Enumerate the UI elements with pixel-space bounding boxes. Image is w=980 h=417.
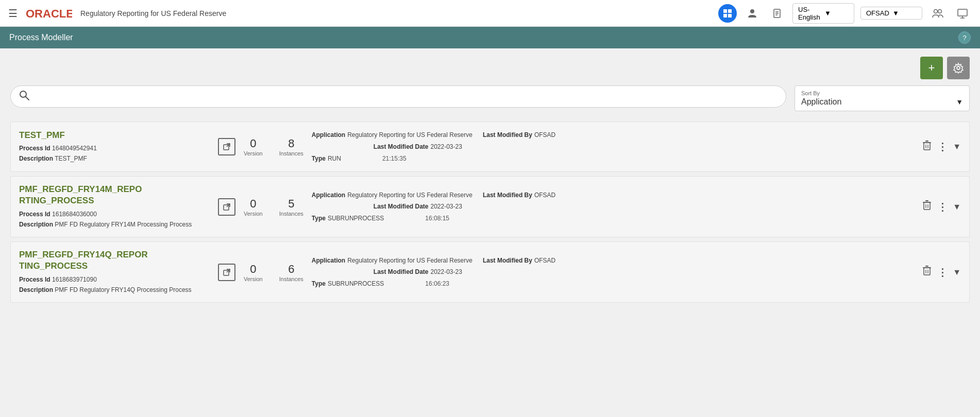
delete-icon — [922, 140, 932, 151]
toolbar: + — [10, 57, 970, 79]
time-value: 16:08:15 — [425, 213, 449, 224]
users-icon — [932, 8, 943, 19]
settings-button[interactable] — [947, 57, 970, 79]
time-value: 21:15:35 — [382, 153, 407, 165]
process-name[interactable]: TEST_PMF — [19, 130, 210, 141]
svg-rect-34 — [924, 268, 930, 275]
app-title: Regulatory Reporting for US Federal Rese… — [80, 9, 226, 18]
user-button[interactable] — [743, 4, 762, 23]
delete-button[interactable] — [922, 265, 932, 279]
version-stat: 0 Version — [244, 137, 263, 157]
version-label: Version — [244, 150, 263, 157]
open-button[interactable] — [218, 264, 235, 281]
process-actions: ⋮ ▼ — [922, 140, 961, 154]
doc-icon — [772, 8, 782, 19]
version-label: Version — [244, 211, 263, 217]
detail-row-type: Type SUBRUNPROCESS 16:08:15 — [312, 213, 914, 224]
process-info: TEST_PMF Process Id 1648049542941 Descri… — [19, 130, 210, 164]
version-stat: 0 Version — [244, 263, 263, 282]
process-description: PMF FD Regulatory FRY14M Processing Proc… — [55, 221, 192, 228]
process-details: Application Regulatory Reporting for US … — [312, 129, 914, 164]
svg-rect-4 — [728, 14, 732, 18]
process-name[interactable]: PMF_REGFD_FRY14Q_REPORTING_PROCESS — [19, 249, 210, 272]
last-modified-date-value: 2022-03-23 — [430, 141, 462, 153]
process-description: TEST_PMF — [55, 155, 87, 162]
user-arrow: ▼ — [892, 9, 917, 17]
type-label: Type — [312, 153, 326, 165]
expand-button[interactable]: ▼ — [953, 142, 961, 151]
sort-value: Application — [801, 97, 841, 107]
type-label: Type — [312, 278, 326, 290]
detail-row-app: Application Regulatory Reporting for US … — [312, 189, 914, 201]
last-modified-date-value: 2022-03-23 — [430, 201, 462, 213]
search-input[interactable] — [35, 93, 778, 101]
instances-stat: 8 Instances — [279, 137, 303, 157]
search-box[interactable] — [10, 85, 786, 108]
oracle-logo-svg: ORACLE — [26, 7, 72, 20]
more-button[interactable]: ⋮ — [937, 141, 948, 153]
process-info: PMF_REGFD_FRY14Q_REPORTING_PROCESS Proce… — [19, 249, 210, 295]
last-modified-by-label: Last Modified By — [483, 129, 532, 141]
process-description-label: Description — [19, 155, 53, 162]
expand-button[interactable]: ▼ — [953, 268, 961, 277]
help-button[interactable]: ? — [958, 31, 971, 44]
sort-value-row: Application ▼ — [801, 97, 963, 107]
open-button[interactable] — [218, 138, 235, 155]
version-number: 0 — [244, 263, 263, 276]
process-stats: 0 Version 5 Instances — [244, 197, 303, 217]
version-stat: 0 Version — [244, 197, 263, 217]
application-label: Application — [312, 189, 345, 201]
last-modified-by-value: OFSAD — [534, 189, 555, 201]
sort-arrow-icon[interactable]: ▼ — [956, 98, 963, 106]
last-modified-by-label: Last Modified By — [483, 189, 532, 201]
instances-label: Instances — [279, 276, 303, 282]
version-label: Version — [244, 276, 263, 282]
screen-button[interactable] — [953, 4, 972, 23]
svg-line-26 — [227, 204, 230, 207]
detail-row-date: Last Modified Date 2022-03-23 — [312, 201, 914, 213]
delete-button[interactable] — [922, 200, 932, 214]
type-label: Type — [312, 213, 326, 224]
open-icon — [223, 268, 231, 276]
application-label: Application — [312, 255, 345, 267]
process-item: TEST_PMF Process Id 1648049542941 Descri… — [10, 121, 970, 172]
add-button[interactable]: + — [920, 57, 943, 79]
process-id: 1618683971090 — [52, 276, 97, 283]
page-title: Process Modeller — [9, 33, 73, 42]
detail-row-type: Type RUN 21:15:35 — [312, 153, 914, 165]
users-button[interactable] — [928, 4, 947, 23]
last-modified-date-label: Last Modified Date — [374, 201, 429, 213]
main-content: + Sort By Application ▼ — [0, 48, 980, 417]
top-nav: ☰ ORACLE Regulatory Reporting for US Fed… — [0, 0, 980, 27]
person-icon — [747, 8, 757, 19]
open-icon — [223, 143, 231, 151]
delete-button[interactable] — [922, 140, 932, 154]
process-id-label: Process Id — [19, 211, 50, 218]
more-button[interactable]: ⋮ — [937, 266, 948, 279]
sort-label: Sort By — [801, 90, 963, 96]
application-value: Regulatory Reporting for US Federal Rese… — [347, 129, 472, 141]
svg-rect-27 — [924, 202, 930, 210]
last-modified-by-value: OFSAD — [534, 255, 555, 267]
expand-button[interactable]: ▼ — [953, 202, 961, 212]
grid-button[interactable] — [718, 4, 737, 23]
svg-rect-12 — [958, 9, 967, 16]
svg-line-33 — [227, 269, 230, 272]
svg-point-5 — [750, 9, 754, 13]
process-actions: ⋮ ▼ — [922, 265, 961, 279]
user-dropdown[interactable]: OFSAD ▼ — [860, 7, 922, 20]
doc-button[interactable] — [768, 4, 786, 23]
language-dropdown[interactable]: US-English ▼ — [792, 3, 854, 24]
process-meta: Process Id 1618683971090 Description PMF… — [19, 274, 210, 296]
svg-rect-1 — [723, 9, 727, 13]
open-button[interactable] — [218, 198, 235, 216]
process-actions: ⋮ ▼ — [922, 200, 961, 214]
grid-icon — [723, 9, 732, 18]
svg-point-15 — [957, 66, 960, 70]
hamburger-icon[interactable]: ☰ — [8, 7, 18, 20]
search-icon — [19, 90, 29, 103]
process-name[interactable]: PMF_REGFD_FRY14M_REPORTING_PROCESS — [19, 184, 210, 206]
svg-line-19 — [227, 144, 230, 147]
version-number: 0 — [244, 137, 263, 150]
more-button[interactable]: ⋮ — [937, 201, 948, 213]
